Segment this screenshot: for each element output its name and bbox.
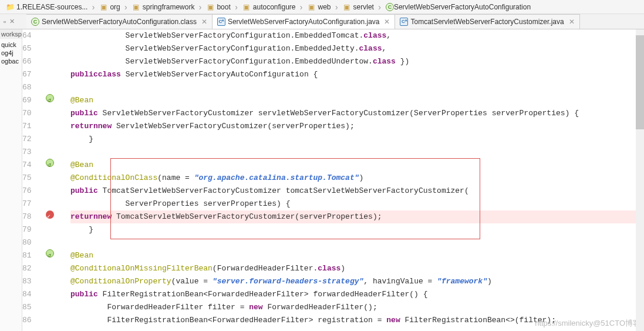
folder-icon: 📁 [6, 3, 14, 11]
code-line[interactable]: @ConditionalOnMissingFilterBean(Forwarde… [70, 262, 644, 275]
code-line[interactable]: public FilterRegistrationBean<ForwardedH… [70, 288, 644, 301]
code-line[interactable]: public TomcatServletWebServerFactoryCust… [70, 185, 644, 198]
editor-tab[interactable]: CᴬTomcatServletWebServerFactoryCustomize… [395, 14, 579, 29]
code-line[interactable]: ServletWebServerFactoryConfiguration.Emb… [70, 42, 644, 55]
breadcrumb-item[interactable]: CServletWebServerFactoryAutoConfiguratio… [382, 2, 539, 12]
watermark-text: https://smilenicky@51CTO博客 [535, 318, 640, 329]
breadcrumb-label: servlet [353, 3, 374, 11]
class-icon: C [31, 18, 39, 26]
bean-marker-icon[interactable] [46, 159, 54, 167]
breadcrumb-label: autoconfigure [253, 3, 296, 11]
code-line[interactable]: } [70, 223, 644, 236]
code-line[interactable]: @Bean [70, 249, 644, 262]
code-line[interactable]: @Bean [70, 94, 644, 107]
sidebar-item[interactable]: og4j [1, 49, 21, 56]
close-tab-icon[interactable]: ✕ [569, 18, 575, 26]
package-icon: ▣ [343, 3, 351, 11]
bean-marker-icon[interactable] [46, 94, 54, 102]
breadcrumb-item[interactable]: ▣boot [203, 2, 238, 12]
breadcrumb-label: org [110, 3, 120, 11]
package-icon: ▣ [308, 3, 316, 11]
breadcrumb-item[interactable]: ▣org [96, 2, 128, 12]
scroll-thumb[interactable] [636, 35, 644, 129]
sidebar-header: workspa [0, 29, 22, 39]
close-tab-icon[interactable]: ✕ [384, 18, 390, 26]
vertical-scrollbar[interactable] [636, 29, 644, 331]
close-tab-icon[interactable]: ✕ [201, 18, 207, 26]
code-column[interactable]: ServletWebServerFactoryConfiguration.Emb… [70, 29, 644, 331]
bean-marker-icon[interactable] [46, 249, 54, 258]
package-icon: ▣ [99, 3, 107, 11]
editor-tab[interactable]: CᴬServletWebServerFactoryAutoConfigurati… [213, 14, 396, 29]
breadcrumb-label: web [318, 3, 331, 11]
java-file-icon: Cᴬ [400, 18, 408, 26]
code-line[interactable] [70, 236, 644, 249]
code-line[interactable]: ForwardedHeaderFilter filter = new Forwa… [70, 301, 644, 314]
breadcrumb-label: springframework [143, 3, 195, 11]
code-line[interactable]: return new ServletWebServerFactoryCustom… [70, 120, 644, 133]
breadcrumb-item[interactable]: ▣springframework [129, 2, 203, 12]
tab-label: ServletWebServerFactoryAutoConfiguration… [42, 18, 197, 26]
breadcrumb-label: ServletWebServerFactoryAutoConfiguration [394, 3, 531, 11]
code-line[interactable]: ServletWebServerFactoryConfiguration.Emb… [70, 55, 644, 68]
code-line[interactable]: return new TomcatServletWebServerFactory… [70, 210, 644, 223]
package-icon: ▣ [242, 3, 251, 11]
code-line[interactable] [70, 146, 644, 159]
gutter-line-numbers: 6465666768697071727374757677787980818283… [22, 29, 42, 331]
code-line[interactable]: @ConditionalOnProperty(value = "server.f… [70, 275, 644, 288]
breadcrumb-item[interactable]: ▣autoconfigure [239, 2, 304, 12]
package-icon: ▣ [206, 3, 214, 11]
breadcrumb-item[interactable]: ▣web [304, 2, 339, 12]
editor-tabs-row: ▫ ✕ CServletWebServerFactoryAutoConfigur… [0, 14, 644, 29]
code-line[interactable] [70, 81, 644, 94]
class-icon: C [386, 3, 394, 11]
close-icon[interactable]: ✕ [9, 18, 15, 25]
breadcrumb-item[interactable]: 📁1.RELEASE-sources... [2, 2, 96, 12]
package-icon: ▣ [132, 3, 140, 11]
code-line[interactable]: } [70, 133, 644, 146]
editor-tabs: CServletWebServerFactoryAutoConfiguratio… [26, 14, 580, 29]
code-line[interactable]: @ConditionalOnClass(name = "org.apache.c… [70, 172, 644, 185]
tab-controls-left: ▫ ✕ [0, 14, 26, 29]
breadcrumb-label: 1.RELEASE-sources... [16, 3, 87, 11]
code-line[interactable]: @Bean [70, 159, 644, 172]
java-file-icon: Cᴬ [217, 18, 225, 26]
tab-label: TomcatServletWebServerFactoryCustomizer.… [410, 18, 564, 26]
code-line[interactable]: public class ServletWebServerFactoryAuto… [70, 68, 644, 81]
breadcrumb-label: boot [217, 3, 230, 11]
breadcrumb-bar: 📁1.RELEASE-sources...▣org▣springframewor… [0, 0, 644, 14]
code-line[interactable]: ServletWebServerFactoryConfiguration.Emb… [70, 29, 644, 42]
sidebar-item[interactable]: quick [1, 41, 21, 48]
pin-icon[interactable]: ▫ [4, 18, 6, 26]
editor-tab[interactable]: CServletWebServerFactoryAutoConfiguratio… [26, 14, 213, 29]
project-sidebar[interactable]: workspa quickog4jogbac [0, 29, 22, 331]
breadcrumb-item[interactable]: ▣servlet [339, 2, 382, 12]
code-editor[interactable]: 6465666768697071727374757677787980818283… [22, 29, 644, 331]
code-line[interactable]: ServerProperties serverProperties) { [70, 198, 644, 210]
code-line[interactable]: public ServletWebServerFactoryCustomizer… [70, 107, 644, 120]
sidebar-items: quickog4jogbac [0, 39, 22, 67]
gutter-markers [42, 29, 70, 331]
main-area: workspa quickog4jogbac 64656667686970717… [0, 29, 644, 331]
error-marker-icon[interactable] [46, 210, 54, 219]
tab-label: ServletWebServerFactoryAutoConfiguration… [228, 18, 380, 26]
sidebar-item[interactable]: ogbac [1, 58, 21, 65]
